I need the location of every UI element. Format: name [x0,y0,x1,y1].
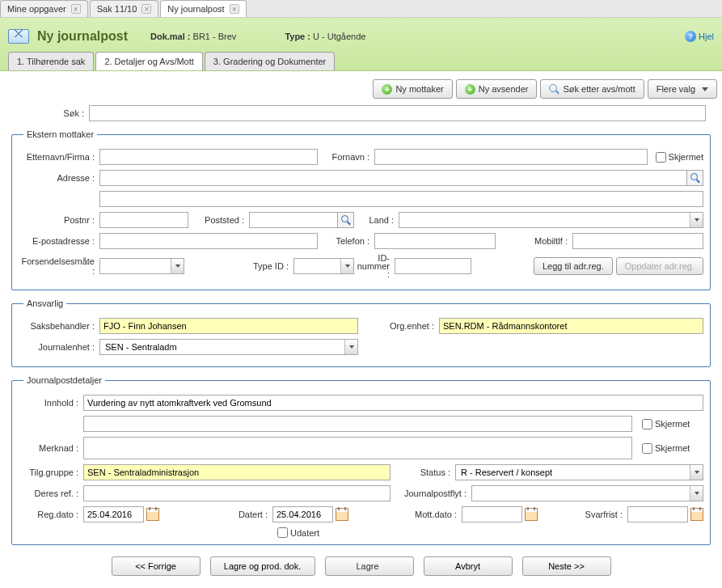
subtab-gradering[interactable]: 3. Gradering og Dokumenter [205,52,335,70]
lagre-button[interactable]: Lagre [325,556,414,576]
ansvarlig-fieldset: Ansvarlig Saksbehandler : Org.enhet : Jo… [11,298,711,367]
orgenhet-input[interactable] [439,318,703,334]
calendar-icon[interactable] [146,508,159,521]
content-area: + Ny mottaker + Ny avsender Søk etter av… [0,71,722,584]
forrige-button[interactable]: << Forrige [112,556,201,576]
search-input[interactable] [89,105,706,121]
etternavn-label: Etternavn/Firma : [19,152,99,162]
page-title: Ny journalpost [37,29,142,44]
tab-mine-oppgaver[interactable]: Mine oppgaver × [0,0,88,17]
oppdater-adrreg-button[interactable]: Oppdater adr.reg. [616,257,703,275]
innhold2-input[interactable] [83,416,632,432]
close-icon[interactable]: × [141,4,151,14]
type-meta: Type : U - Utgående [285,32,365,41]
forsendelse-select[interactable] [99,258,184,274]
innhold-label: Innhold : [19,398,83,408]
tab-ny-journalpost[interactable]: Ny journalpost × [160,0,246,17]
datert-input[interactable] [272,506,333,522]
toolbar: + Ny mottaker + Ny avsender Søk etter av… [5,79,717,99]
regdato-label: Reg.dato : [19,510,83,519]
telefon-input[interactable] [374,233,496,249]
saksbehandler-input[interactable] [99,318,358,334]
tab-label: Ny journalpost [167,4,224,14]
search-icon [549,84,559,95]
journalenhet-select[interactable]: SEN - Sentraladm [99,339,358,355]
calendar-icon[interactable] [525,508,538,521]
deresref-label: Deres ref. : [19,489,83,498]
ansvarlig-legend: Ansvarlig [23,298,66,308]
help-link[interactable]: ? Hjel [685,31,714,42]
merknad-textarea[interactable] [83,437,632,459]
postnr-input[interactable] [99,212,188,228]
saksbehandler-label: Saksbehandler : [19,321,99,331]
deresref-input[interactable] [83,485,391,501]
adresse2-input[interactable] [99,191,703,207]
postnr-label: Postnr : [19,215,99,225]
idnummer-label: ID-nummer : [354,254,395,278]
epost-label: E-postadresse : [19,236,99,246]
poststed-search-icon[interactable] [338,212,354,228]
ny-mottaker-button[interactable]: + Ny mottaker [373,79,452,99]
sub-tabs: 1. Tilhørende sak 2. Detaljer og Avs/Mot… [8,49,714,70]
skjermet2-checkbox[interactable] [642,443,652,454]
tab-label: Mine oppgaver [7,4,66,14]
status-select[interactable]: R - Reservert / konsept [455,464,703,480]
close-icon[interactable]: × [71,4,81,14]
svarfrist-label: Svarfrist : [538,510,627,519]
jpflyt-select[interactable] [471,485,703,501]
fornavn-label: Fornavn : [318,152,374,162]
idnummer-input[interactable] [395,258,471,274]
neste-button[interactable]: Neste >> [522,556,611,576]
orgenhet-label: Org.enhet : [358,321,439,331]
subtab-tilhorende[interactable]: 1. Tilhørende sak [8,52,94,70]
telefon-label: Telefon : [318,236,374,246]
adresse-label: Adresse : [19,173,99,183]
search-label: Søk : [16,108,89,118]
regdato-input[interactable] [83,506,144,522]
skjermet-checkbox[interactable] [656,152,666,163]
adresse-search-icon[interactable] [687,170,703,186]
udatert-checkbox[interactable] [277,527,288,538]
fornavn-input[interactable] [374,149,648,165]
plus-icon: + [382,84,392,95]
plus-icon: + [465,84,475,95]
mail-icon [8,29,29,44]
poststed-label: Poststed : [188,215,249,225]
detaljer-legend: Journalpostdetaljer [23,375,105,385]
avbryt-button[interactable]: Avbryt [424,556,513,576]
legg-til-adrreg-button[interactable]: Legg til adr.reg. [534,257,613,275]
adresse-input[interactable] [99,170,687,186]
etternavn-input[interactable] [99,149,318,165]
mobil-input[interactable] [572,233,703,249]
journalpostdetaljer-fieldset: Journalpostdetaljer Innhold : Skjermet M… [11,375,711,545]
close-icon[interactable]: × [230,4,239,14]
land-select[interactable] [399,212,703,228]
forsendelse-label: Forsendelsesmåte : [19,256,99,276]
innhold-input[interactable] [83,395,703,411]
datert-label: Datert : [159,510,272,519]
lagre-prod-button[interactable]: Lagre og prod. dok. [210,556,315,576]
tilg-input[interactable] [83,464,391,480]
flere-valg-button[interactable]: Flere valg [648,79,717,99]
subtab-detaljer[interactable]: 2. Detaljer og Avs/Mott [95,52,202,70]
tab-label: Sak 11/10 [97,4,137,14]
typeid-select[interactable] [293,258,354,274]
udatert-label: Udatert [290,528,319,538]
epost-input[interactable] [99,233,318,249]
ny-avsender-button[interactable]: + Ny avsender [456,79,538,99]
calendar-icon[interactable] [690,508,703,521]
help-icon: ? [685,31,696,42]
tab-sak[interactable]: Sak 11/10 × [90,0,159,17]
document-tabs: Mine oppgaver × Sak 11/10 × Ny journalpo… [0,0,722,18]
mottdato-input[interactable] [462,506,522,522]
skjermet1-checkbox[interactable] [642,419,652,429]
poststed-input[interactable] [249,212,338,228]
calendar-icon[interactable] [336,508,348,521]
page-header: Ny journalpost Dok.mal : BR1 - Brev Type… [0,18,722,71]
sok-avs-mott-button[interactable]: Søk etter avs/mott [540,79,644,99]
svarfrist-input[interactable] [627,506,688,522]
journalenhet-label: Journalenhet : [19,342,99,352]
status-label: Status : [391,467,455,477]
mobil-label: Mobiltlf : [496,236,572,246]
bottom-buttons: << Forrige Lagre og prod. dok. Lagre Avb… [5,553,717,579]
